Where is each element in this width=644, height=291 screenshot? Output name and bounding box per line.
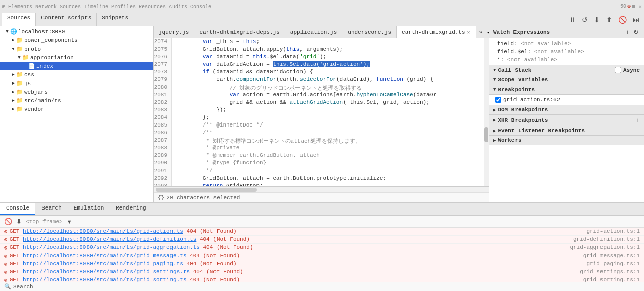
code-status-bar: {} 28 characters selected [154, 192, 489, 202]
vertical-scrollbar[interactable] [484, 38, 489, 186]
log-location[interactable]: grid-aggregation.ts:1 [566, 244, 640, 251]
tree-arrow: ▶ [10, 98, 16, 103]
code-line: 2088 * @private [154, 145, 489, 152]
file-tab-application[interactable]: application.js [285, 26, 342, 38]
tree-arrow: ▼ [4, 29, 10, 34]
event-listener-bp-header[interactable]: ▶ Event Listener Breakpoints [489, 126, 644, 136]
horizontal-scrollbar[interactable] [154, 186, 489, 192]
close-tab-icon[interactable]: ✕ [467, 29, 470, 35]
tree-arrow: ▶ [10, 37, 16, 43]
call-stack-header[interactable]: ▼ Call Stack Async [489, 65, 644, 75]
error-link[interactable]: http://localhost:8080/src/main/ts/grid-p… [23, 261, 183, 267]
tab-console[interactable]: Console [0, 203, 35, 215]
console-error-row: ⊗ GET http://localhost:8080/src/main/ts/… [0, 260, 644, 268]
file-tab-underscore[interactable]: underscore.js [342, 26, 397, 38]
log-location[interactable]: grid-definition.ts:1 [569, 236, 640, 242]
log-location[interactable]: grid-paging.ts:1 [582, 261, 640, 267]
tab-search[interactable]: Search [35, 203, 68, 215]
hscroll-thumb [156, 188, 257, 192]
tab-content-scripts[interactable]: Content scripts [36, 13, 97, 26]
tree-item-css[interactable]: ▶ 📁 css [0, 70, 153, 79]
code-line: 2083 }); [154, 107, 489, 114]
more-tabs-button[interactable]: » [476, 26, 486, 38]
async-checkbox[interactable] [615, 67, 621, 73]
watch-item-field-el: field.$el: <not available> [489, 48, 644, 56]
console-error-row: ⊗ GET http://localhost:8080/src/main/ts/… [0, 228, 644, 236]
log-location[interactable]: grid-action.ts:1 [582, 228, 640, 234]
breakpoint-label: grid-action.ts:62 [503, 97, 560, 103]
workers-title: Workers [498, 137, 521, 143]
error-link[interactable]: http://localhost:8080/src/main/ts/grid-a… [23, 244, 200, 251]
error-icon: ⊗ [4, 244, 8, 251]
console-filter-button[interactable]: ⬇ [16, 218, 22, 225]
tree-item-appropriation[interactable]: ▼ 📁 appropriation [0, 53, 153, 62]
dom-breakpoints-title: DOM Breakpoints [498, 107, 548, 113]
pause-exceptions-button[interactable]: ⏭ [631, 15, 642, 25]
call-stack-title: Call Stack [498, 67, 531, 73]
tree-item-vendor[interactable]: ▶ 📁 vendor [0, 105, 153, 113]
error-link[interactable]: http://localhost:8080/src/main/ts/grid-m… [23, 253, 186, 259]
tree-item-js[interactable]: ▶ 📁 js [0, 79, 153, 88]
tab-emulation[interactable]: Emulation [68, 203, 110, 215]
pause-button[interactable]: ⏸ [567, 15, 578, 25]
tree-item-src-main-ts[interactable]: ▶ 📁 src/main/ts [0, 96, 153, 105]
event-listener-bp-title: Event Listener Breakpoints [498, 128, 585, 134]
tree-item-webjars[interactable]: ▶ 📁 webjars [0, 88, 153, 96]
tree-label: webjars [24, 89, 48, 95]
previous-tab-button[interactable]: ◀ [487, 29, 489, 36]
add-xhr-bp-button[interactable]: + [636, 116, 640, 124]
add-watch-button[interactable]: + [624, 28, 630, 36]
watch-expressions-header[interactable]: Watch Expressions + ↻ [489, 26, 644, 38]
window-controls: ⊞ Elements Network Sources Timeline Prof… [2, 4, 211, 10]
tree-label: css [24, 72, 34, 78]
folder-icon: 📁 [16, 106, 23, 112]
error-link[interactable]: http://localhost:8080/src/main/ts/grid-d… [23, 236, 196, 242]
step-over-button[interactable]: ↺ [580, 15, 590, 25]
refresh-watch-button[interactable]: ↻ [632, 28, 640, 36]
file-tab-earth-grid[interactable]: earth-dhtmlxgrid.ts ✕ [397, 26, 476, 38]
bottom-tabs: Console Search Emulation Rendering [0, 203, 644, 216]
code-line: 2079 earth.componentFor(earth.selectorFo… [154, 76, 489, 84]
xhr-breakpoints-header[interactable]: ▶ XHR Breakpoints + [489, 115, 644, 126]
console-context-dropdown[interactable]: ▼ [67, 219, 72, 225]
breakpoint-checkbox[interactable] [495, 97, 501, 103]
scope-variables-header[interactable]: ▼ Scope Variables [489, 75, 644, 85]
workers-header[interactable]: ▶ Workers [489, 136, 644, 145]
tab-snippets[interactable]: Snippets [97, 13, 134, 26]
tree-item-index[interactable]: 📄 index [0, 62, 153, 70]
code-area[interactable]: 2074 var _this = this; 2075 GridButton._… [154, 38, 489, 186]
scope-variables-title: Scope Variables [498, 77, 548, 83]
watch-item-i: i: <not available> [489, 56, 644, 64]
deactivate-bp-button[interactable]: 🚫 [616, 15, 629, 25]
breakpoints-section: ▼ Breakpoints grid-action.ts:62 [489, 85, 644, 105]
console-error-row: ⊗ GET http://localhost:8080/src/main/ts/… [0, 268, 644, 276]
log-location[interactable]: grid-message.ts:1 [579, 253, 640, 259]
code-line: 2092 GridButton._attach = earth.Button.p… [154, 175, 489, 183]
code-panel: jquery.js earth-dhtmlxgrid-deps.js appli… [154, 26, 489, 202]
error-link[interactable]: http://localhost:8080/src/main/ts/grid-a… [23, 228, 183, 234]
log-location[interactable]: grid-settings.ts:1 [576, 269, 640, 275]
file-tab-grid-deps[interactable]: earth-dhtmlxgrid-deps.js [194, 26, 285, 38]
step-out-button[interactable]: ⬆ [604, 15, 614, 25]
file-tab-jquery[interactable]: jquery.js [154, 26, 194, 38]
step-into-button[interactable]: ⬇ [592, 15, 602, 25]
watch-val: <not available> [507, 57, 557, 63]
log-text: GET http://localhost:8080/src/main/ts/gr… [10, 236, 569, 242]
tree-item-bower[interactable]: ▶ 📁 bower_components [0, 36, 153, 45]
main-area: ▼ 🌐 localhost:8080 ▶ 📁 bower_components [0, 26, 644, 202]
breakpoints-header[interactable]: ▼ Breakpoints [489, 85, 644, 95]
tab-rendering[interactable]: Rendering [110, 203, 152, 215]
right-panel: Watch Expressions + ↻ field: <not availa… [489, 26, 644, 202]
code-line: 2082 grid && action && attachGridAction(… [154, 99, 489, 107]
error-link[interactable]: http://localhost:8080/src/main/ts/grid-s… [23, 269, 190, 275]
watch-item-field: field: <not available> [489, 39, 644, 48]
dom-breakpoints-header[interactable]: ▶ DOM Breakpoints [489, 105, 644, 115]
tree-item-localhost[interactable]: ▼ 🌐 localhost:8080 [0, 27, 153, 36]
log-text: GET http://localhost:8080/src/main/ts/gr… [10, 228, 583, 234]
console-context-label: <top frame> [26, 219, 63, 225]
console-clear-button[interactable]: 🚫 [4, 218, 12, 225]
tab-sources[interactable]: Sources [2, 13, 36, 26]
tree-item-proto[interactable]: ▼ 📁 proto [0, 45, 153, 53]
folder-icon: 📁 [16, 80, 23, 87]
xhr-breakpoints-title: XHR Breakpoints [498, 117, 548, 123]
